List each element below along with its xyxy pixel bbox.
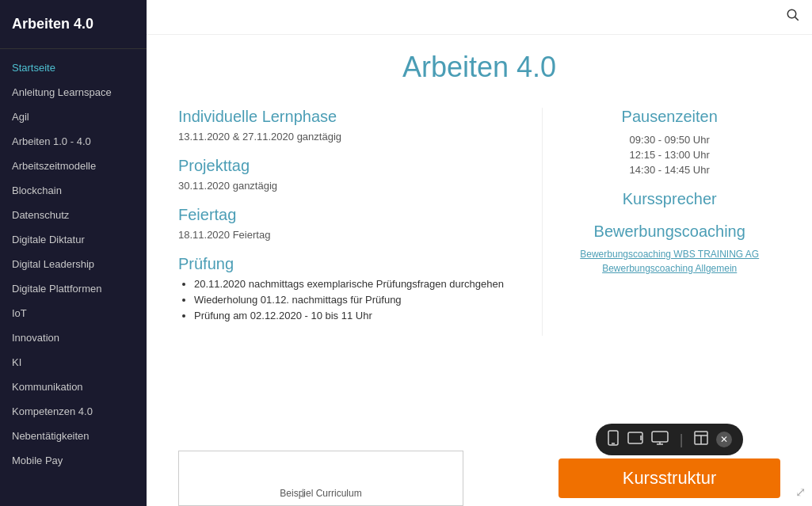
sidebar-item-mobile-pay[interactable]: Mobile Pay bbox=[0, 448, 147, 473]
main-content: Arbeiten 4.0 Individuelle Lernphase 13.1… bbox=[147, 0, 812, 506]
sidebar-item-kompetenzen-4.0[interactable]: Kompetenzen 4.0 bbox=[0, 399, 147, 424]
sidebar-nav: StartseiteAnleitung LearnspaceAgilArbeit… bbox=[0, 49, 147, 479]
pausenzeiten-times: 09:30 - 09:50 Uhr12:15 - 13:00 Uhr14:30 … bbox=[558, 134, 780, 176]
toolbar-icons-bar: | ✕ bbox=[596, 424, 744, 455]
pausenzeit-time: 12:15 - 13:00 Uhr bbox=[558, 149, 780, 161]
sidebar-item-ki[interactable]: KI bbox=[0, 350, 147, 375]
mobile-icon[interactable] bbox=[607, 430, 619, 449]
search-button[interactable] bbox=[786, 8, 800, 26]
lernphase-date: 13.11.2020 & 27.11.2020 ganztägig bbox=[178, 131, 510, 143]
pausenzeit-time: 09:30 - 09:50 Uhr bbox=[558, 134, 780, 146]
sidebar-item-arbeiten-1.0---4.0[interactable]: Arbeiten 1.0 - 4.0 bbox=[0, 129, 147, 154]
bewerbungscoaching-heading: Bewerbungscoaching bbox=[558, 223, 780, 241]
pausenzeit-time: 14:30 - 14:45 Uhr bbox=[558, 164, 780, 176]
kurssprecher-heading: Kurssprecher bbox=[558, 190, 780, 208]
pausenzeiten-section: Pausenzeiten 09:30 - 09:50 Uhr12:15 - 13… bbox=[558, 108, 780, 176]
lernphase-heading: Individuelle Lernphase bbox=[178, 108, 510, 126]
projekttag-date: 30.11.2020 ganztägig bbox=[178, 180, 510, 192]
sidebar-item-nebentätigkeiten[interactable]: Nebentätigkeiten bbox=[0, 424, 147, 448]
bewerbungscoaching-section: Bewerbungscoaching Bewerbungscoaching WB… bbox=[558, 223, 780, 274]
sidebar-item-agil[interactable]: Agil bbox=[0, 105, 147, 129]
feiertag-heading: Feiertag bbox=[178, 206, 510, 224]
sidebar-item-arbeitszeitmodelle[interactable]: Arbeitszeitmodelle bbox=[0, 154, 147, 178]
pausenzeiten-heading: Pausenzeiten bbox=[558, 108, 780, 126]
sidebar-item-blockchain[interactable]: Blockchain bbox=[0, 178, 147, 203]
content-grid: Individuelle Lernphase 13.11.2020 & 27.1… bbox=[178, 108, 780, 336]
sidebar-item-innovation[interactable]: Innovation bbox=[0, 325, 147, 350]
sidebar: Arbeiten 4.0 StartseiteAnleitung Learnsp… bbox=[0, 0, 147, 506]
info-icon: ℹ bbox=[301, 487, 305, 500]
pruefung-list: 20.11.2020 nachmittags exemplarische Prü… bbox=[194, 278, 510, 321]
kursstruktur-button[interactable]: Kursstruktur bbox=[558, 458, 780, 498]
svg-point-0 bbox=[787, 10, 796, 18]
page-title: Arbeiten 4.0 bbox=[178, 51, 780, 84]
bewerbungscoaching-link[interactable]: Bewerbungscoaching WBS TRAINING AG bbox=[558, 249, 780, 260]
bewerbungscoaching-link[interactable]: Bewerbungscoaching Allgemein bbox=[558, 263, 780, 274]
pruefung-bullet: 20.11.2020 nachmittags exemplarische Prü… bbox=[194, 278, 510, 290]
toolbar-close-button[interactable]: ✕ bbox=[716, 432, 732, 447]
projekttag-heading: Projekttag bbox=[178, 157, 510, 175]
tablet-icon[interactable] bbox=[627, 432, 643, 447]
kurssprecher-section: Kurssprecher bbox=[558, 190, 780, 208]
sidebar-item-digitale-diktatur[interactable]: Digitale Diktatur bbox=[0, 227, 147, 252]
pruefung-bullet: Prüfung am 02.12.2020 - 10 bis 11 Uhr bbox=[194, 310, 510, 321]
curriculum-box: Beispiel Curriculum bbox=[178, 451, 463, 506]
sidebar-item-digitale-plattformen[interactable]: Digitale Plattformen bbox=[0, 276, 147, 301]
bottom-area: Beispiel Curriculum bbox=[147, 443, 812, 506]
desktop-icon[interactable] bbox=[651, 431, 669, 449]
sidebar-item-kommunikation[interactable]: Kommunikation bbox=[0, 375, 147, 399]
sidebar-item-datenschutz[interactable]: Datenschutz bbox=[0, 203, 147, 227]
svg-line-1 bbox=[795, 17, 799, 21]
pruefung-bullet: Wiederholung 01.12. nachmittags für Prüf… bbox=[194, 294, 510, 306]
pruefung-heading: Prüfung bbox=[178, 255, 510, 273]
right-column: Pausenzeiten 09:30 - 09:50 Uhr12:15 - 13… bbox=[542, 108, 780, 336]
expand-icon[interactable]: ⤢ bbox=[795, 485, 806, 500]
curriculum-label: Beispiel Curriculum bbox=[280, 488, 361, 499]
sidebar-item-iot[interactable]: IoT bbox=[0, 301, 147, 325]
sidebar-item-anleitung-learnspace[interactable]: Anleitung Learnspace bbox=[0, 80, 147, 105]
feiertag-date: 18.11.2020 Feiertag bbox=[178, 229, 510, 241]
newspaper-icon[interactable] bbox=[694, 431, 708, 448]
sidebar-item-startseite[interactable]: Startseite bbox=[0, 55, 147, 80]
sidebar-item-digital-leadership[interactable]: Digital Leadership bbox=[0, 252, 147, 276]
page-content: Arbeiten 4.0 Individuelle Lernphase 13.1… bbox=[147, 35, 812, 435]
left-column: Individuelle Lernphase 13.11.2020 & 27.1… bbox=[178, 108, 510, 336]
bewerbungscoaching-links: Bewerbungscoaching WBS TRAINING AGBewerb… bbox=[558, 249, 780, 274]
svg-rect-6 bbox=[652, 432, 668, 442]
topbar bbox=[147, 0, 812, 35]
sidebar-title: Arbeiten 4.0 bbox=[0, 0, 147, 49]
toolbar-divider: | bbox=[680, 432, 684, 448]
floating-toolbar: | ✕ Kursstruktur bbox=[558, 424, 780, 498]
